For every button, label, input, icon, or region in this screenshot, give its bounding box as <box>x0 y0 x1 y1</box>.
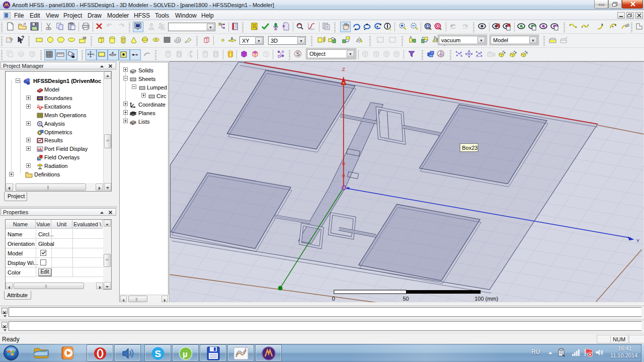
svg-text:S: S <box>296 51 300 57</box>
svg-text:10: 10 <box>625 23 629 28</box>
svg-text:10: 10 <box>83 36 87 39</box>
svg-text:Box23: Box23 <box>462 145 477 151</box>
svg-text:?: ? <box>21 36 24 41</box>
svg-text:+: + <box>410 36 412 39</box>
svg-text:0: 0 <box>332 296 335 302</box>
svg-text:50: 50 <box>403 296 409 302</box>
svg-text:Z: Z <box>342 66 345 72</box>
svg-text:Y: Y <box>636 238 640 243</box>
svg-text:+: + <box>422 36 424 40</box>
svg-text:?: ? <box>9 36 11 41</box>
svg-text:µ: µ <box>183 349 188 359</box>
svg-text:S: S <box>155 348 162 359</box>
svg-text:+: + <box>434 36 436 39</box>
svg-text:100 (mm): 100 (mm) <box>474 296 498 302</box>
